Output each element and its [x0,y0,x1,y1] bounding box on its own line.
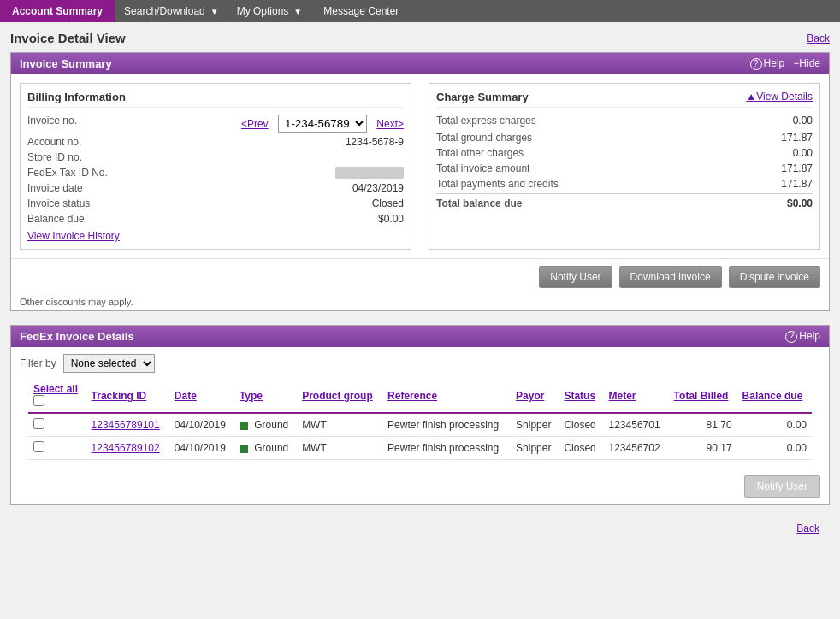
row2-payor: Shipper [511,437,559,460]
account-no-row: Account no. 1234-5678-9 [27,136,404,148]
ground-icon [240,445,248,453]
total-invoice-amount-row: Total invoice amount 171.87 [436,162,813,174]
top-navigation: Account Summary Search/Download ▼ My Opt… [0,0,840,22]
table-row: 123456789102 04/10/2019 Ground MWT Pewte… [28,437,812,460]
bottom-bar: Back [10,519,830,538]
charge-summary-title: Charge Summary ▲View Details [436,91,813,108]
col-payor[interactable]: Payor [511,380,559,413]
fedex-help-link[interactable]: ?Help [785,330,820,343]
view-details-link[interactable]: ▲View Details [746,91,813,103]
row1-status: Closed [559,413,603,437]
store-id-row: Store ID no. [27,151,404,163]
fedex-panel-title: FedEx Invoice Details [20,330,134,343]
row1-product-group: MWT [297,413,382,437]
tax-id-value: XXXXXXXXXX [335,167,404,179]
nav-tab-message-center[interactable]: Message Center [311,0,411,22]
col-meter[interactable]: Meter [604,380,669,413]
ground-icon [240,422,248,430]
dispute-invoice-button[interactable]: Dispute invoice [729,266,820,288]
row1-tracking-link[interactable]: 123456789101 [92,419,160,431]
row1-checkbox-cell [28,413,86,437]
table-row: 123456789101 04/10/2019 Ground MWT Pewte… [28,413,812,437]
row2-balance-due: 0.00 [737,437,812,460]
nav-tab-my-options[interactable]: My Options ▼ [228,0,312,22]
row1-reference: Pewter finish processing [382,413,511,437]
row2-checkbox[interactable] [33,441,44,452]
download-invoice-button[interactable]: Download invoice [619,266,722,288]
invoice-details-table: Select all Tracking ID Date Type Product… [28,380,812,460]
fedex-notify-user-button[interactable]: Notify User [744,475,820,498]
row2-meter: 123456702 [604,437,669,460]
main-content: Invoice Detail View Back Invoice Summary… [0,22,840,619]
invoice-detail-header: Invoice Detail View Back [10,31,830,45]
row2-type: Ground [234,437,297,460]
filter-select[interactable]: None selected [63,354,155,373]
panel-header-actions: ?Help −Hide [750,57,820,70]
row2-product-group: MWT [297,437,382,460]
select-all-checkbox[interactable] [33,395,44,406]
other-charges-row: Total other charges 0.00 [436,147,813,159]
col-product-group[interactable]: Product group [297,380,382,413]
row1-type: Ground [234,413,297,437]
notify-btn-row: Notify User [11,469,829,504]
row2-reference: Pewter finish processing [382,437,511,460]
row1-balance-due: 0.00 [737,413,812,437]
invoice-table-wrapper: Select all Tracking ID Date Type Product… [11,380,829,469]
row1-total-billed: 81.70 [669,413,737,437]
filter-row: Filter by None selected [11,347,829,380]
notify-user-button[interactable]: Notify User [539,266,612,288]
invoice-nav: <Prev 1-234-56789 Next> [241,115,404,133]
nav-tab-account-summary[interactable]: Account Summary [0,0,115,22]
invoice-status-row: Invoice status Closed [27,197,404,209]
fedex-panel-header-actions: ?Help [785,330,820,343]
express-charges-row: Total express charges 0.00 [436,115,813,127]
fedex-invoice-details-panel: FedEx Invoice Details ?Help Filter by No… [10,325,830,505]
total-balance-due-row: Total balance due $0.00 [436,193,813,209]
charge-summary-section: Charge Summary ▲View Details Total expre… [429,83,820,250]
filter-label: Filter by [20,357,56,369]
balance-due-value: $0.00 [378,213,404,225]
page-title: Invoice Detail View [10,31,126,45]
balance-due-row: Balance due $0.00 [27,213,404,225]
col-status[interactable]: Status [559,380,603,413]
invoice-number-dropdown[interactable]: 1-234-56789 [278,115,367,133]
col-date[interactable]: Date [169,380,234,413]
col-select-all: Select all [28,380,86,413]
back-link-bottom[interactable]: Back [796,522,819,534]
prev-invoice-link[interactable]: <Prev [241,118,269,130]
help-icon: ? [785,331,797,343]
view-invoice-history-link[interactable]: View Invoice History [27,230,120,242]
col-balance-due[interactable]: Balance due [737,380,812,413]
invoice-date-value: 04/23/2019 [352,182,404,194]
invoice-no-row: Invoice no. <Prev 1-234-56789 Next> [27,115,404,133]
row2-tracking-link[interactable]: 123456789102 [92,442,160,454]
tax-id-row: FedEx Tax ID No. XXXXXXXXXX [27,167,404,179]
help-link[interactable]: ?Help [750,57,785,70]
nav-tab-search-download[interactable]: Search/Download ▼ [115,0,228,22]
table-header-row: Select all Tracking ID Date Type Product… [28,380,812,413]
invoice-status-value: Closed [372,197,404,209]
invoice-summary-panel: Invoice Summary ?Help −Hide Billing Info… [10,52,830,311]
row2-checkbox-cell [28,437,86,460]
col-tracking-id[interactable]: Tracking ID [86,380,169,413]
col-type[interactable]: Type [234,380,297,413]
col-reference[interactable]: Reference [382,380,511,413]
billing-charge-row: Billing Information Invoice no. <Prev 1-… [20,83,820,250]
row2-status: Closed [559,437,603,460]
row2-total-billed: 90.17 [669,437,737,460]
invoice-action-buttons: Notify User Download invoice Dispute inv… [11,258,829,293]
total-payments-row: Total payments and credits 171.87 [436,178,813,190]
account-no-value: 1234-5678-9 [346,136,404,148]
col-total-billed[interactable]: Total Billed [669,380,737,413]
next-invoice-link[interactable]: Next> [376,118,404,130]
row1-date: 04/10/2019 [169,413,234,437]
row1-checkbox[interactable] [33,418,44,429]
back-link-top[interactable]: Back [807,32,830,44]
billing-info-section: Billing Information Invoice no. <Prev 1-… [20,83,411,250]
row1-meter: 123456701 [604,413,669,437]
select-all-header: Select all [33,383,81,409]
hide-link[interactable]: −Hide [793,57,820,70]
chevron-down-icon: ▼ [210,7,219,16]
fedex-panel-header: FedEx Invoice Details ?Help [11,326,829,347]
invoice-summary-panel-header: Invoice Summary ?Help −Hide [11,53,829,74]
